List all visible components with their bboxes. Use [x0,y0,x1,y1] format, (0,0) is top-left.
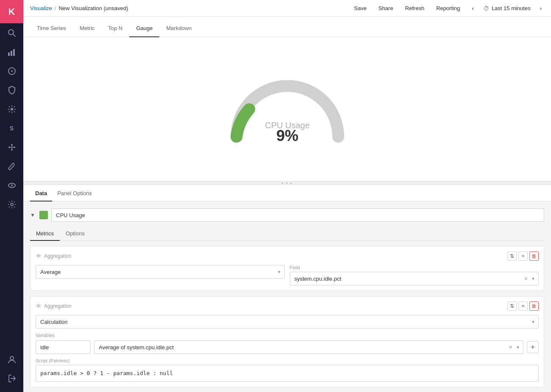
sub-tab-metrics[interactable]: Metrics [30,227,60,241]
sidebar: K S [0,0,23,392]
sidebar-item-devtools[interactable] [0,99,23,119]
gauge-value: 9% [276,127,298,144]
sidebar-item-discover[interactable] [0,23,23,42]
agg-type-select-wrap-2: Average Sum Min Max Count Calculation ▼ [36,315,539,329]
script-label: Script (Painless) [36,358,539,363]
refresh-button[interactable]: Refresh [403,3,427,13]
tab-markdown[interactable]: Markdown [159,20,198,37]
app-logo[interactable]: K [0,0,23,23]
metric-row: ▼ [30,208,544,222]
sub-tabs: Metrics Options [30,227,544,241]
panel-tabs: Data Panel Options [23,185,551,202]
svg-point-17 [10,356,14,360]
panel-tab-data[interactable]: Data [30,186,52,202]
agg-type-col-1: Average Sum Min Max Count ▼ [36,265,285,279]
reporting-button[interactable]: Reporting [434,3,462,13]
agg-label-text-1: Aggregation [44,253,72,259]
script-input[interactable] [36,365,539,382]
visibility-icon-2[interactable]: 👁 [36,303,42,309]
panel-content: ▼ Metrics Options 👁 Aggregation ⇅ [23,202,551,392]
svg-point-10 [14,146,15,148]
agg-field-row-1: Average Sum Min Max Count ▼ Field [36,265,539,285]
resize-handle[interactable]: • • • [23,181,551,185]
svg-point-11 [11,149,13,151]
svg-rect-4 [13,49,15,56]
agg-sort-button-2[interactable]: ⇅ [507,301,517,311]
nav-next-button[interactable]: › [537,3,544,13]
agg-type-select-2[interactable]: Average Sum Min Max Count Calculation [36,315,539,329]
aggregation-block-1: 👁 Aggregation ⇅ + 🗑 Average [30,246,544,291]
variable-value-clear[interactable]: × [509,344,512,351]
svg-point-9 [11,144,13,146]
svg-rect-2 [8,52,10,56]
aggregation-block-2: 👁 Aggregation ⇅ + 🗑 Average Sum Min Max [30,296,544,387]
sidebar-item-user[interactable] [0,350,23,369]
tab-time-series[interactable]: Time Series [30,20,73,37]
metric-label-input[interactable] [51,208,544,222]
agg-label-text-2: Aggregation [44,303,72,309]
variable-value-input[interactable] [94,340,523,354]
svg-point-6 [11,70,13,72]
agg-header-2: 👁 Aggregation ⇅ + 🗑 [36,301,539,311]
sidebar-item-apm[interactable]: S [0,119,23,138]
agg-field-input-wrap-1: × ▼ [290,272,539,285]
time-range-picker[interactable]: ⏱ Last 15 minutes [483,5,531,12]
tab-gauge[interactable]: Gauge [129,20,159,37]
sidebar-item-wrench[interactable] [0,157,23,176]
breadcrumb-current-page: New Visualization (unsaved) [58,5,128,11]
nav-prev-button[interactable]: ‹ [470,3,476,13]
clock-icon: ⏱ [483,5,489,12]
metric-color-swatch[interactable] [39,211,48,219]
agg-delete-button-1[interactable]: 🗑 [529,251,539,261]
top-bar: Visualize / New Visualization (unsaved) … [23,0,551,17]
sidebar-item-logout[interactable] [0,369,23,388]
variable-add-button[interactable]: + [527,341,539,353]
agg-header-1: 👁 Aggregation ⇅ + 🗑 [36,251,539,261]
sidebar-item-settings[interactable] [0,195,23,214]
agg-actions-1: ⇅ + 🗑 [507,251,539,261]
agg-add-button-1[interactable]: + [518,251,528,261]
tab-metric[interactable]: Metric [73,20,101,37]
panel-tab-options[interactable]: Panel Options [52,186,97,202]
agg-delete-button-2[interactable]: 🗑 [529,301,539,311]
sidebar-item-graph[interactable] [0,138,23,157]
svg-point-8 [8,146,10,148]
viz-type-tabs: Time Series Metric Top N Gauge Markdown [23,17,551,37]
svg-point-16 [11,203,13,206]
sidebar-item-dashboard[interactable] [0,61,23,80]
breadcrumb-visualize-link[interactable]: Visualize [30,5,52,11]
tab-top-n[interactable]: Top N [101,20,129,37]
visibility-icon-1[interactable]: 👁 [36,253,42,259]
sidebar-item-visualize[interactable] [0,42,23,61]
agg-actions-2: ⇅ + 🗑 [507,301,539,311]
agg-sort-button-1[interactable]: ⇅ [507,251,517,261]
sidebar-bottom [0,350,23,388]
agg-type-select-1[interactable]: Average Sum Min Max Count [36,265,285,279]
svg-point-7 [11,108,13,110]
gauge-area: CPU Usage 9% [23,37,551,181]
sidebar-item-shield[interactable] [0,80,23,99]
svg-point-15 [11,185,13,186]
agg-type-select-wrap-1: Average Sum Min Max Count ▼ [36,265,285,279]
variable-value-wrap: × ▼ [94,340,523,354]
sub-tab-options[interactable]: Options [60,227,91,241]
agg-field-clear-1[interactable]: × [524,275,528,282]
sidebar-item-monitoring[interactable] [0,176,23,195]
time-range-label: Last 15 minutes [492,5,531,11]
agg-label-1: 👁 Aggregation [36,253,72,259]
variables-label: Variables [36,333,539,338]
gauge-svg: CPU Usage 9% [224,67,351,152]
svg-line-1 [13,34,15,36]
bottom-panel: Data Panel Options ▼ Metrics Options 👁 [23,185,551,392]
gauge-container: CPU Usage 9% [224,67,351,152]
agg-add-button-2[interactable]: + [518,301,528,311]
main-content: Visualize / New Visualization (unsaved) … [23,0,551,392]
variable-name-input[interactable] [36,340,91,354]
svg-rect-3 [11,51,12,56]
save-button[interactable]: Save [351,3,369,13]
variables-row: × ▼ + [36,340,539,354]
agg-field-input-1[interactable] [290,272,539,285]
share-button[interactable]: Share [376,3,396,13]
collapse-metric-button[interactable]: ▼ [30,212,36,218]
breadcrumb-separator: / [55,5,56,11]
